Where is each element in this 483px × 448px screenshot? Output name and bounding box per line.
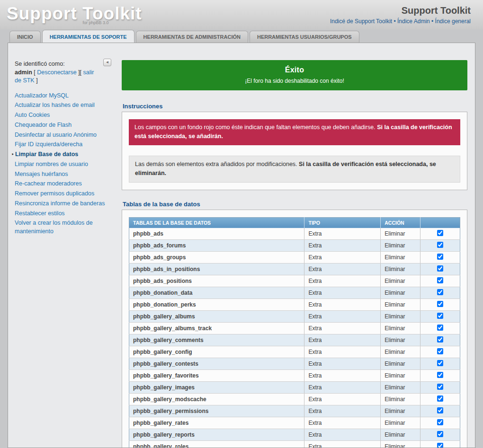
table-checkbox-cell [420,405,460,417]
table-row: phpbb_gallery_modscacheExtraEliminar [129,393,460,405]
table-action-cell: Eliminar [381,275,420,287]
table-row: phpbb_gallery_configExtraEliminar [129,346,460,358]
row-checkbox[interactable] [437,265,443,272]
sidebar-item-mensajes-huérfanos[interactable]: Mensajes huérfanos [15,170,110,179]
sidebar-item-auto-cookies[interactable]: Auto Cookies [15,111,110,120]
sidebar-item-chequeador-de-flash[interactable]: Chequeador de Flash [15,121,110,130]
row-checkbox[interactable] [437,254,443,260]
sidebar-item-link[interactable]: Actualizar los hashes de email [15,102,95,108]
sidebar-item-link[interactable]: Restablecer estilos [15,210,65,217]
table-action-cell: Eliminar [381,346,420,358]
table-name-cell: phpbb_gallery_roles [129,440,304,448]
row-checkbox[interactable] [437,395,443,402]
table-type-cell: Extra [304,358,381,369]
sidebar-item-link[interactable]: Volver a crear los módulos de mantenimie… [15,220,93,235]
sidebar-item-link[interactable]: Remover permisos duplicados [15,190,94,197]
table-header-row: TABLAS DE LA BASE DE DATOSTIPOACCIÓN [129,217,460,228]
table-action-cell: Eliminar [381,440,420,448]
sidebar-item-desinfectar-al-usuario-anónimo[interactable]: Desinfectar al usuario Anónimo [15,131,110,140]
sidebar-item-link[interactable]: Fijar ID izquierda/derecha [15,141,82,148]
table-name-cell: phpbb_gallery_permissions [129,405,304,417]
row-checkbox[interactable] [437,443,443,448]
tab-bar: INICIOHERRAMIENTAS DE SOPORTEHERRAMIENTA… [0,29,483,43]
table-action-cell: Eliminar [381,287,420,299]
sidebar-item-resincroniza-informe-de-banderas[interactable]: Resincroniza informe de banderas [15,200,110,208]
table-action-cell: Eliminar [381,369,420,381]
main-panel: Se identificó como: admin [ Desconectars… [8,43,475,448]
column-header [420,217,460,228]
table-name-cell: phpbb_ads_groups [129,251,304,263]
table-type-cell: Extra [304,299,381,310]
header-nav-link[interactable]: Índice general [435,18,471,25]
info-note-text: Las demás son elementos extra añadidos p… [135,161,297,167]
row-checkbox[interactable] [437,289,443,295]
instructions-title: Instrucciones [123,103,467,110]
row-checkbox[interactable] [437,313,443,319]
row-checkbox[interactable] [437,325,443,331]
sidebar-item-limpiar-base-de-datos[interactable]: ‣Limpiar Base de datos [15,150,110,159]
row-checkbox[interactable] [437,242,443,248]
row-checkbox[interactable] [437,336,443,343]
sidebar-item-link[interactable]: Actualizador MySQL [15,92,69,99]
table-checkbox-cell [420,393,460,405]
sidebar-item-link[interactable]: Re-cachear moderadores [15,180,82,187]
row-checkbox[interactable] [437,419,443,425]
sidebar-item-limpiar-nombres-de-usuario[interactable]: Limpiar nombres de usuario [15,160,110,169]
tab-herramientas-de-soporte[interactable]: HERRAMIENTAS DE SOPORTE [42,30,134,43]
bracket: ][ [78,69,81,76]
row-checkbox[interactable] [437,301,443,307]
table-checkbox-cell [420,287,460,299]
table-action-cell: Eliminar [381,334,420,346]
table-row: phpbb_gallery_albums_trackExtraEliminar [129,322,460,334]
table-action-cell: Eliminar [381,239,420,251]
tab-herramientas-usuarios-grupos[interactable]: HERRAMIENTAS USUARIOS/GRUPOS [250,31,359,43]
tab-inicio[interactable]: INICIO [9,31,41,43]
header-right: Support Toolkit Indicé de Support Toolki… [330,0,471,29]
table-name-cell: phpbb_gallery_reports [129,429,304,440]
sidebar-item-link[interactable]: Chequeador de Flash [15,122,72,128]
site-title: Support Toolkit [330,5,471,16]
sidebar-item-link[interactable]: Mensajes huérfanos [15,171,68,177]
table-type-cell: Extra [304,346,381,358]
row-checkbox[interactable] [437,348,443,354]
sidebar-item-actualizador-mysql[interactable]: Actualizador MySQL [15,92,110,100]
table-row: phpbb_gallery_albumsExtraEliminar [129,310,460,322]
logout-link[interactable]: Desconectarse [37,69,76,76]
row-checkbox[interactable] [437,372,443,378]
row-checkbox[interactable] [437,384,443,390]
table-checkbox-cell [420,334,460,346]
sidebar-item-remover-permisos-duplicados[interactable]: Remover permisos duplicados [15,190,110,198]
table-row: phpbb_gallery_commentsExtraEliminar [129,334,460,346]
table-row: phpbb_gallery_permissionsExtraEliminar [129,405,460,417]
sidebar-collapse-button[interactable]: ◄ [103,59,111,66]
sidebar-item-restablecer-estilos[interactable]: Restablecer estilos [15,210,110,218]
row-checkbox[interactable] [437,431,443,437]
table-action-cell: Eliminar [381,417,420,429]
sidebar-item-link[interactable]: Limpiar Base de datos [15,151,78,158]
header-nav: Indicé de Support Toolkit • Índice Admin… [330,18,471,25]
sidebar-item-link[interactable]: Desinfectar al usuario Anónimo [15,132,97,138]
header-nav-link[interactable]: Indicé de Support Toolkit [330,18,392,25]
sidebar-item-actualizar-los-hashes-de-email[interactable]: Actualizar los hashes de email [15,101,110,110]
row-checkbox[interactable] [437,407,443,413]
sidebar-item-volver-a-crear-los-módulos-de-mantenimiento[interactable]: Volver a crear los módulos de mantenimie… [15,219,110,236]
table-type-cell: Extra [304,310,381,322]
table-type-cell: Extra [304,275,381,287]
table-checkbox-cell [420,429,460,440]
row-checkbox[interactable] [437,230,443,236]
sidebar-item-re-cachear-moderadores[interactable]: Re-cachear moderadores [15,180,110,188]
sidebar-item-link[interactable]: Auto Cookies [15,112,50,118]
tab-herramientas-de-administración[interactable]: HERRAMIENTAS DE ADMINISTRACIÓN [136,31,248,43]
table-action-cell: Eliminar [381,381,420,393]
row-checkbox[interactable] [437,360,443,366]
table-row: phpbb_gallery_ratesExtraEliminar [129,417,460,429]
table-row: phpbb_ads_in_positionsExtraEliminar [129,263,460,275]
sidebar-item-link[interactable]: Limpiar nombres de usuario [15,161,88,167]
header-nav-link[interactable]: Índice Admin [397,18,430,25]
row-checkbox[interactable] [437,277,443,283]
sidebar-item-link[interactable]: Resincroniza informe de banderas [15,200,105,207]
table-row: phpbb_gallery_favoritesExtraEliminar [129,369,460,381]
app-logo: Support Toolkit [7,4,142,24]
sidebar-item-fijar-id-izquierda-derecha[interactable]: Fijar ID izquierda/derecha [15,141,110,149]
instructions-panel: Los campos con un fondo rojo como éste i… [122,112,467,190]
